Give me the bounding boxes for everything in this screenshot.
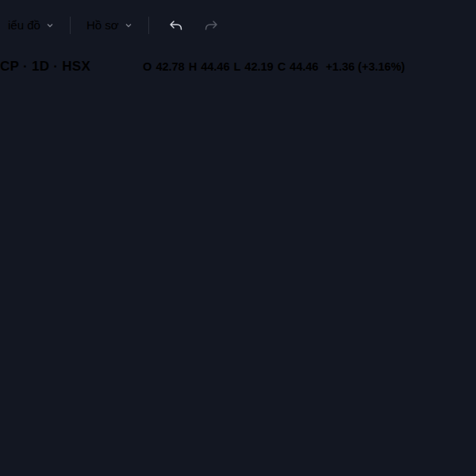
market-status-dot-icon xyxy=(111,59,127,75)
ohlc-readout: O 42.78 H 44.46 L 42.19 C 44.46 +1.36 (+… xyxy=(143,60,405,73)
trading-app-window: iểu đồ Hồ sơ CP · 1D · HSX xyxy=(0,0,476,476)
close-value: 44.46 xyxy=(290,60,318,73)
high-value: 44.46 xyxy=(201,60,229,73)
symbol-legend: CP · 1D · HSX O 42.78 H 44.46 L 42.19 C … xyxy=(0,57,405,76)
change-value: +1.36 (+3.16%) xyxy=(325,60,405,73)
low-value: 42.19 xyxy=(244,60,273,73)
symbol-title[interactable]: CP · 1D · HSX xyxy=(0,59,90,75)
high-label: H xyxy=(189,60,197,73)
open-label: O xyxy=(143,60,152,73)
open-value: 42.78 xyxy=(155,60,184,73)
low-label: L xyxy=(233,60,240,73)
close-label: C xyxy=(278,60,286,73)
